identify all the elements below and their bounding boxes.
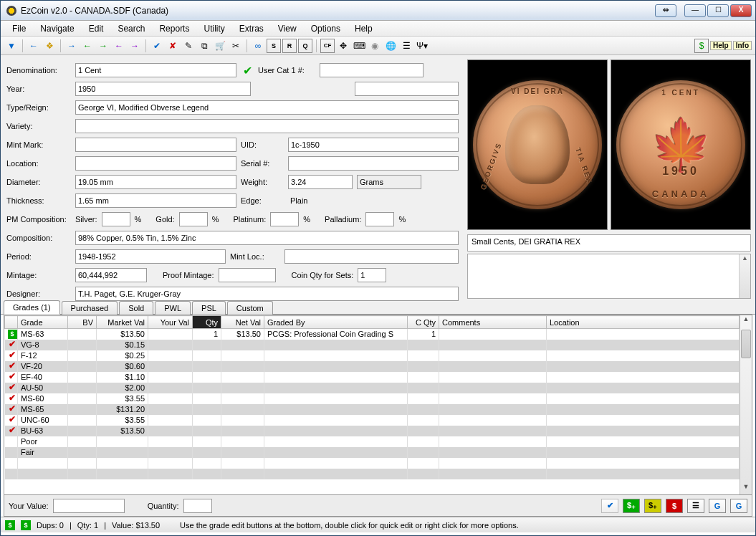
proof-input[interactable]: [219, 268, 276, 282]
menu-options[interactable]: Options: [304, 21, 348, 36]
table-row[interactable]: Fair: [5, 447, 740, 458]
copy-icon[interactable]: ⧉: [197, 39, 211, 53]
info-button[interactable]: Info: [733, 41, 752, 50]
g-button-2[interactable]: G: [730, 499, 747, 513]
period-input[interactable]: [75, 249, 226, 264]
move-button[interactable]: ⇔: [655, 4, 676, 17]
keyboard-icon[interactable]: ⌨: [352, 39, 366, 53]
nav-target-icon[interactable]: ❖: [42, 39, 57, 53]
menu-help[interactable]: Help: [348, 21, 380, 36]
table-row[interactable]: ✔EF-40$1.10: [5, 372, 740, 383]
cancel-icon[interactable]: ✘: [166, 39, 180, 53]
col-header[interactable]: BV: [68, 316, 97, 329]
maximize-button[interactable]: ☐: [707, 4, 729, 17]
table-row[interactable]: ✔AU-50$2.00: [5, 383, 740, 393]
table-row[interactable]: ✔F-12$0.25: [5, 350, 740, 361]
menu-utility[interactable]: Utility: [196, 21, 231, 36]
col-header[interactable]: Grade: [18, 316, 68, 329]
colors-icon[interactable]: ✥: [336, 39, 350, 53]
col-header[interactable]: Graded By: [264, 316, 408, 329]
mintage-input[interactable]: [75, 268, 147, 282]
tab-pwl[interactable]: PWL: [155, 301, 191, 315]
col-header[interactable]: Qty: [193, 316, 221, 329]
psi-icon[interactable]: Ψ▾: [415, 39, 429, 53]
menu-file[interactable]: File: [5, 21, 33, 36]
filter-icon[interactable]: ▼: [4, 39, 19, 53]
grades-grid[interactable]: GradeBVMarket ValYour ValQtyNet ValGrade…: [4, 315, 752, 495]
weight-unit-select[interactable]: Grams: [357, 175, 421, 189]
year-extra-input[interactable]: [355, 82, 459, 96]
status-money-icon-2[interactable]: $: [21, 520, 31, 530]
r-button[interactable]: R: [282, 39, 297, 53]
col-header[interactable]: Comments: [439, 316, 547, 329]
col-header[interactable]: Your Val: [148, 316, 193, 329]
remove-money-button[interactable]: $: [666, 499, 683, 513]
mintmark-select[interactable]: [75, 138, 236, 152]
minimize-button[interactable]: —: [684, 4, 706, 17]
table-row[interactable]: ✔UNC-60$3.55: [5, 415, 740, 426]
table-row[interactable]: Poor: [5, 436, 740, 447]
menu-reports[interactable]: Reports: [152, 21, 196, 36]
add-money-yellow-button[interactable]: $₊: [644, 499, 661, 513]
nav-fwd-purple-icon[interactable]: →: [128, 39, 142, 53]
nav-back-purple-icon[interactable]: ←: [112, 39, 126, 53]
check-icon[interactable]: ✔: [150, 39, 164, 53]
nav-fwd-blue-icon[interactable]: →: [64, 39, 79, 53]
denomination-select[interactable]: 1 Cent: [75, 63, 236, 77]
link-icon[interactable]: ∞: [251, 39, 265, 53]
status-money-icon-1[interactable]: $: [5, 520, 15, 530]
menu-view[interactable]: View: [271, 21, 304, 36]
tab-grades[interactable]: Grades (1): [4, 300, 60, 315]
col-header[interactable]: Market Val: [97, 316, 148, 329]
grid-scrollbar[interactable]: ▲▼: [740, 315, 752, 494]
quantity-input[interactable]: [183, 499, 212, 513]
table-row[interactable]: ✔MS-65$131.20: [5, 404, 740, 415]
variety-select[interactable]: [75, 119, 459, 133]
designer-input[interactable]: [75, 287, 459, 301]
nav-back-icon[interactable]: ←: [27, 39, 41, 53]
tab-custom[interactable]: Custom: [227, 301, 273, 315]
menu-navigate[interactable]: Navigate: [33, 21, 81, 36]
cart-icon[interactable]: 🛒: [213, 39, 227, 53]
notes-box[interactable]: ▲: [467, 254, 751, 299]
uid-input[interactable]: [288, 138, 459, 152]
money-icon[interactable]: $: [694, 39, 709, 53]
notes-scrollbar[interactable]: ▲: [739, 254, 750, 298]
reverse-image[interactable]: 1 CENT 🍁 1950 CANADA: [611, 59, 751, 230]
table-row[interactable]: $MS-63$13.501$13.50PCGS: Professional Co…: [5, 329, 740, 340]
list-button[interactable]: ☰: [687, 499, 704, 513]
close-button[interactable]: X: [730, 4, 752, 17]
nav-fwd-green-icon[interactable]: →: [96, 39, 110, 53]
serial-input[interactable]: [288, 156, 459, 171]
menu-extras[interactable]: Extras: [232, 21, 271, 36]
table-row[interactable]: ✔VF-20$0.60: [5, 361, 740, 372]
q-button[interactable]: Q: [298, 39, 312, 53]
add-money-button[interactable]: $₊: [623, 499, 640, 513]
location-select[interactable]: [75, 156, 236, 171]
col-header[interactable]: [5, 316, 18, 329]
tab-sold[interactable]: Sold: [119, 301, 153, 315]
col-header[interactable]: Net Val: [221, 316, 264, 329]
help-button[interactable]: Help: [710, 41, 732, 50]
delete-icon[interactable]: ✂: [229, 39, 243, 53]
thickness-input[interactable]: [75, 193, 236, 208]
menu-search[interactable]: Search: [110, 21, 152, 36]
silver-input[interactable]: [102, 212, 130, 226]
palladium-input[interactable]: [365, 212, 394, 226]
obverse-image[interactable]: VI DEI GRA GEORGIVS TIA REX: [467, 59, 608, 230]
mintloc-input[interactable]: [284, 249, 459, 264]
nav-back-green-icon[interactable]: ←: [80, 39, 95, 53]
edit-icon[interactable]: ✎: [181, 39, 196, 53]
setqty-input[interactable]: [358, 268, 386, 282]
user-cat-input[interactable]: [320, 63, 424, 77]
confirm-button[interactable]: ✔: [601, 499, 618, 513]
g-button-1[interactable]: G: [709, 499, 726, 513]
your-value-input[interactable]: [53, 499, 125, 513]
globe-icon[interactable]: 🌐: [383, 39, 398, 53]
composition-input[interactable]: [75, 231, 459, 245]
menu-edit[interactable]: Edit: [82, 21, 111, 36]
list-icon[interactable]: ☰: [399, 39, 413, 53]
table-row[interactable]: ✔VG-8$0.15: [5, 340, 740, 350]
cf-button[interactable]: CF: [320, 39, 335, 53]
table-row[interactable]: ✔MS-60$3.55: [5, 393, 740, 404]
